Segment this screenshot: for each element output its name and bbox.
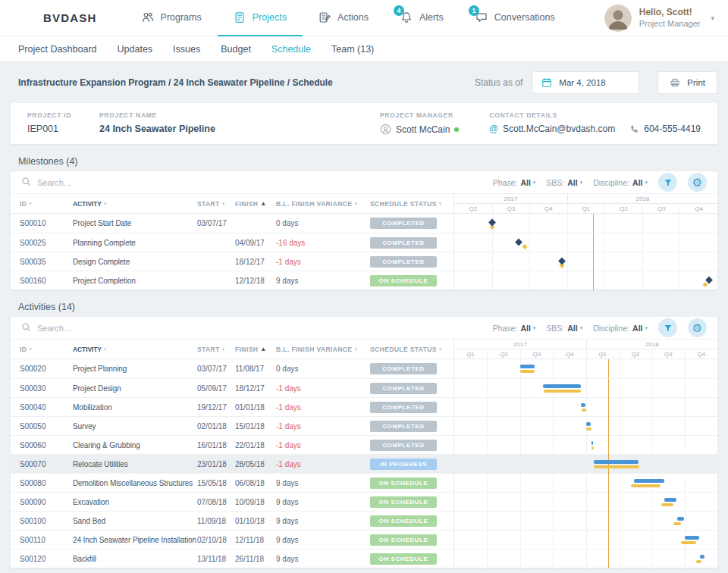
cell-start: 11/09/18 [197,517,235,525]
table-row-s00060[interactable]: S00060Clearing & Grubbing16/01/1822/01/1… [11,435,717,454]
table-row-s00120[interactable]: S00120Backfill13/11/1826/11/189 daysON S… [11,549,717,568]
gantt-bar-baseline [661,503,673,506]
gantt-gridline [619,474,620,493]
logo[interactable]: BVDASH [18,9,97,27]
col-header-finish[interactable]: FINISH▲ [235,200,273,208]
table-row-s00040[interactable]: S00040Mobilization19/12/1701/01/18-1 day… [11,397,717,416]
nav-programs[interactable]: Programs [126,0,218,36]
status-badge: ON SCHEDULE [370,534,437,546]
table-row-s00160[interactable]: S00160Project Completion12/12/189 daysON… [11,271,717,290]
search-input[interactable] [37,178,151,187]
col-header-b-l-finish-variance[interactable]: B.L. FINISH VARIANCE▾ [273,346,368,353]
project-name-value: 24 Inch Seawater Pipeline [99,124,380,134]
cell-status: ON SCHEDULE [368,275,453,286]
gantt-gridline [487,398,488,417]
subnav-updates[interactable]: Updates [118,44,153,55]
col-header-start[interactable]: START▾ [197,200,235,208]
table-row-s00025[interactable]: S00025Planning Complete04/09/17-16 daysC… [11,233,717,252]
gantt-gridline [685,512,686,531]
cell-finish: 18/12/17 [235,258,273,266]
contact-phone[interactable]: 604-555-4419 [644,124,701,134]
user-menu[interactable]: Hello, Scott! Project Manager ▾ [604,5,714,32]
settings-button[interactable]: ⚙ [688,318,707,337]
logo-text: BVDASH [43,11,97,24]
col-header-schedule-status[interactable]: SCHEDULE STATUS▾ [368,200,453,208]
cell-start: 03/07/17 [197,219,235,227]
gantt-gridline [553,359,554,378]
gantt-gridline [642,271,643,290]
activities-toolbar: Phase: All ▾ SBS: All ▾ Discipline: All … [11,317,717,340]
calendar-icon [541,77,552,88]
col-header-finish[interactable]: FINISH▲ [235,346,273,353]
gantt-gridline [679,233,680,252]
col-header-b-l-finish-variance[interactable]: B.L. FINISH VARIANCE▾ [273,200,368,208]
cell-variance: -1 days [273,258,368,266]
gantt-gridline [685,550,686,568]
nav-projects[interactable]: Projects [218,0,303,36]
gantt-bar-baseline [673,522,681,525]
gantt-bar-actual [664,498,676,502]
filter-button[interactable] [658,318,677,337]
table-row-s00030[interactable]: S00030Project Design05/09/1718/12/17-1 d… [11,378,717,397]
table-row-s00035[interactable]: S00035Design Complete18/12/17-1 daysCOMP… [11,252,717,271]
col-header-activity[interactable]: ACTIVITY▾ [73,346,197,353]
gantt-gridline [567,233,568,252]
gantt-gridline [586,359,587,378]
sort-caret-icon: ▾ [29,201,32,207]
subnav-budget[interactable]: Budget [221,44,251,55]
table-row-s00010[interactable]: S00010Project Start Date03/07/170 daysCO… [11,214,717,233]
col-header-schedule-status[interactable]: SCHEDULE STATUS▾ [368,346,453,353]
table-row-s00050[interactable]: S00050Survey02/01/1815/01/18-1 daysCOMPL… [11,416,717,435]
table-row-s00110[interactable]: S0011024 Inch Seawater Pipeline Installa… [11,530,717,549]
print-button[interactable]: Print [657,71,717,94]
project-manager-value[interactable]: Scott McCain [396,124,450,135]
col-header-id[interactable]: ID▾ [11,200,73,208]
gantt-gridline [619,398,620,417]
sbs-filter[interactable]: SBS: All ▾ [546,178,582,187]
sbs-value: All [567,324,577,333]
phase-filter[interactable]: Phase: All ▾ [493,324,536,333]
settings-button[interactable]: ⚙ [688,173,707,192]
gantt-gridline [685,359,686,378]
topbar: BVDASH ProgramsProjectsActions4Alerts1Co… [0,0,728,36]
col-header-id[interactable]: ID▾ [11,346,73,353]
table-row-s00090[interactable]: S00090Excavation07/08/1810/09/189 daysON… [11,492,717,511]
cell-variance: -1 days [273,441,368,449]
gantt-gridline [529,233,530,252]
gantt-gridline [586,512,587,531]
nav-actions[interactable]: Actions [303,0,384,36]
phase-filter[interactable]: Phase: All ▾ [493,178,536,187]
gantt-gridline [604,233,605,252]
discipline-filter[interactable]: Discipline: All ▾ [593,324,648,333]
table-row-s00080[interactable]: S00080Demolition Miscellaneous Structure… [11,473,717,492]
chevron-down-icon: ▾ [711,14,714,22]
subnav-schedule[interactable]: Schedule [271,44,311,55]
gantt-gridline [651,455,652,474]
contact-email[interactable]: Scott.McCain@bvdash.com [503,124,615,134]
nav-alerts[interactable]: 4Alerts [384,0,460,36]
sbs-filter[interactable]: SBS: All ▾ [546,324,582,333]
gantt-gridline [651,398,652,417]
nav-conversations[interactable]: 1Conversations [460,0,571,36]
subnav-team-13-[interactable]: Team (13) [331,44,374,55]
search-input[interactable] [37,324,151,333]
filter-button[interactable] [658,173,677,192]
logo-icon [18,9,36,27]
subnav-issues[interactable]: Issues [173,44,200,55]
table-row-s00070[interactable]: S00070Relocate Utilities23/01/1828/05/18… [11,454,717,473]
gantt-gridline [520,417,521,436]
table-row-s00100[interactable]: S00100Sand Bed11/09/1801/10/189 daysON S… [11,511,717,530]
col-header-activity[interactable]: ACTIVITY▾ [73,200,197,208]
cell-activity: Clearing & Grubbing [73,441,197,449]
chevron-down-icon: ▾ [533,180,536,186]
gantt-gridline [553,474,554,493]
discipline-filter[interactable]: Discipline: All ▾ [593,178,648,187]
table-row-s00020[interactable]: S00020Project Planning03/07/1711/08/170 … [11,359,717,378]
gantt-bar-actual [581,403,585,407]
cell-status: COMPLETED [368,383,453,394]
status-date-picker[interactable]: Mar 4, 2018 [532,71,639,94]
subnav-project-dashboard[interactable]: Project Dashboard [18,44,97,55]
gantt-gridline [619,436,620,455]
gantt-year-label: 2017 [454,340,586,349]
col-header-start[interactable]: START▾ [197,346,235,353]
